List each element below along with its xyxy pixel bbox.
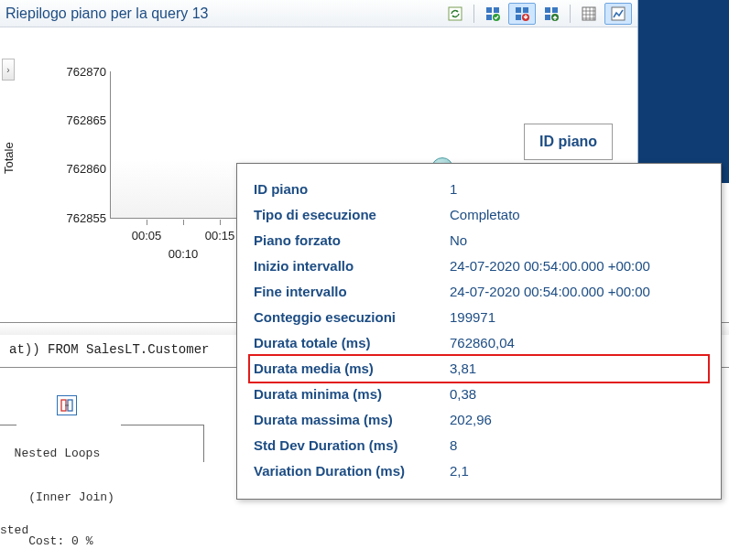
window-title: Riepilogo piano per la query 13	[5, 5, 441, 22]
tooltip-row: Tipo di esecuzioneCompletato	[254, 202, 704, 228]
svg-rect-5	[516, 7, 521, 13]
chart-icon	[611, 6, 626, 21]
svg-rect-0	[449, 7, 462, 20]
replay-asc-button[interactable]	[538, 3, 565, 25]
plan-connector	[121, 425, 204, 462]
x-tick: 00:10	[169, 247, 199, 261]
grid-view-button[interactable]	[575, 3, 603, 25]
svg-rect-9	[545, 7, 550, 13]
svg-rect-6	[523, 7, 528, 13]
app-root: Riepilogo piano per la query 13	[0, 0, 729, 560]
x-tick-mark	[147, 220, 147, 225]
desktop-background	[638, 0, 729, 183]
y-axis-label: Totale	[2, 142, 16, 174]
play-check-icon	[485, 6, 500, 21]
toolbar-separator	[473, 5, 474, 23]
play-check-button[interactable]	[479, 3, 506, 25]
tooltip-row: Inizio intervallo24-07-2020 00:54:00.000…	[254, 253, 704, 279]
grid-icon	[582, 6, 596, 21]
tooltip-row: Variation Duration (ms)2,1	[254, 458, 704, 484]
refresh-icon	[448, 6, 462, 21]
plan-summary-tooltip: ID piano1 Tipo di esecuzioneCompletato P…	[236, 163, 722, 500]
svg-rect-1	[486, 7, 492, 13]
x-tick-mark	[183, 220, 184, 225]
tooltip-row: Std Dev Duration (ms)8	[254, 433, 704, 458]
tooltip-row: Fine intervallo24-07-2020 00:54:00.000 +…	[254, 279, 704, 305]
replay-desc-icon	[515, 6, 529, 21]
collapse-handle[interactable]: ›	[2, 59, 15, 81]
tooltip-row: Piano forzatoNo	[254, 228, 704, 253]
svg-rect-10	[552, 7, 558, 13]
refresh-button[interactable]	[441, 3, 469, 25]
chart-view-button[interactable]	[604, 3, 632, 25]
y-tick: 762865	[51, 113, 106, 126]
plan-fragment: sted ales	[0, 494, 43, 560]
nested-loops-icon	[57, 395, 77, 415]
svg-rect-11	[545, 15, 550, 20]
y-axis-ticks: 762870 762865 762860 762855	[51, 71, 106, 218]
tooltip-row: ID piano1	[254, 177, 704, 202]
svg-rect-3	[486, 15, 492, 20]
tooltip-row: Durata totale (ms)762860,04	[254, 330, 704, 356]
legend: ID piano	[524, 124, 613, 160]
replay-asc-icon	[544, 6, 559, 21]
chevron-right-icon: ›	[6, 65, 9, 75]
titlebar: Riepilogo piano per la query 13	[0, 0, 637, 27]
svg-rect-2	[494, 7, 499, 13]
y-tick: 762855	[51, 211, 106, 225]
toolbar-separator	[570, 5, 571, 23]
x-tick: 00:05	[132, 229, 162, 242]
tooltip-row: Conteggio esecuzioni199971	[254, 305, 704, 330]
replay-desc-button[interactable]	[508, 3, 536, 25]
y-tick: 762870	[51, 65, 106, 79]
x-tick-mark	[220, 220, 221, 225]
tooltip-row: Durata massima (ms)202,96	[254, 407, 704, 433]
plan-op-name	[0, 447, 15, 460]
y-tick: 762860	[51, 161, 106, 175]
x-tick: 00:15	[205, 229, 235, 242]
tooltip-row-highlight: Durata media (ms)3,81	[250, 356, 708, 382]
tooltip-row: Durata minima (ms)0,38	[254, 382, 704, 407]
toolbar	[441, 3, 637, 25]
svg-rect-7	[516, 15, 521, 20]
